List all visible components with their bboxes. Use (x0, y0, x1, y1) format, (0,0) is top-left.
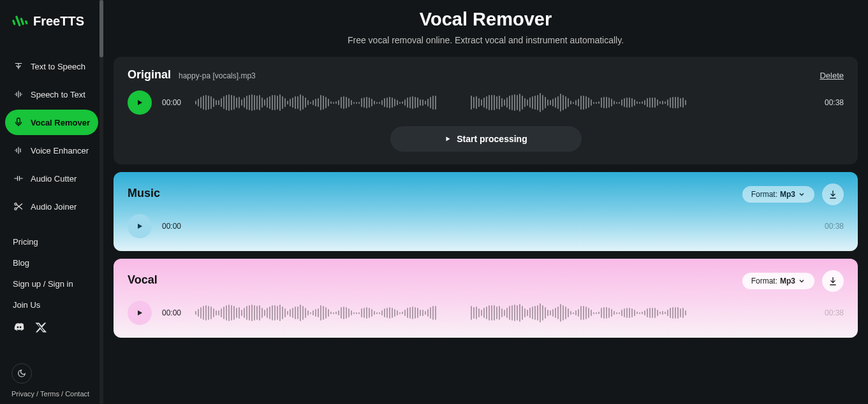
format-value: Mp3 (780, 277, 795, 285)
format-select-music[interactable]: Format: Mp3 (742, 186, 814, 203)
logo[interactable]: FreeTTS (0, 13, 103, 41)
mic-icon (13, 117, 24, 128)
format-prefix: Format: (751, 190, 777, 199)
svg-point-5 (15, 203, 17, 205)
sidebar-item-text-to-speech[interactable]: Text to Speech (5, 54, 98, 79)
scrollbar-thumb[interactable] (99, 0, 103, 57)
sidebar-item-speech-to-text[interactable]: Speech to Text (5, 82, 98, 107)
x-icon[interactable] (34, 321, 47, 336)
panel-original: Original happy-pa [vocals].mp3 Delete 00… (114, 57, 858, 164)
filename: happy-pa [vocals].mp3 (179, 71, 256, 80)
discord-icon[interactable] (13, 321, 26, 336)
cutter-icon (13, 173, 24, 184)
nav-link-joinus[interactable]: Join Us (13, 300, 91, 310)
waveform-vocal[interactable] (191, 301, 814, 324)
process-label: Start processing (457, 134, 527, 144)
panel-title-vocal: Vocal (128, 273, 158, 287)
time-start-original: 00:00 (162, 98, 181, 107)
track-row-music: 00:00 00:38 (128, 214, 844, 238)
play-icon (135, 308, 144, 317)
moon-icon (17, 369, 26, 378)
play-button-music[interactable] (128, 214, 152, 238)
main-content: Vocal Remover Free vocal removal online.… (103, 0, 868, 404)
theme-toggle-button[interactable] (11, 363, 32, 384)
format-value: Mp3 (780, 190, 795, 199)
nav-link-signup[interactable]: Sign up / Sign in (13, 279, 91, 289)
format-select-vocal[interactable]: Format: Mp3 (742, 273, 814, 289)
policies-links[interactable]: Privacy / Terms / Contact (11, 390, 92, 398)
nav-link-blog[interactable]: Blog (13, 258, 91, 268)
panel-title-original: Original (128, 68, 171, 82)
sidebar: FreeTTS Text to Speech Speech to Text Vo… (0, 0, 103, 404)
brand-text: FreeTTS (33, 14, 84, 29)
sidebar-item-audio-cutter[interactable]: Audio Cutter (5, 166, 98, 191)
enhancer-icon (13, 145, 24, 156)
download-icon (828, 189, 838, 199)
delete-link[interactable]: Delete (820, 71, 844, 80)
download-icon (828, 276, 838, 286)
waveform-original[interactable] (191, 91, 814, 114)
download-button-music[interactable] (822, 184, 844, 205)
chevron-down-icon (798, 191, 805, 198)
time-end-music: 00:38 (825, 222, 844, 231)
sidebar-item-label: Text to Speech (31, 62, 85, 71)
play-icon (135, 222, 144, 231)
start-processing-button[interactable]: Start processing (390, 126, 582, 152)
track-row-vocal: 00:00 00:38 (128, 301, 844, 325)
logo-icon (11, 13, 28, 29)
play-button-original[interactable] (128, 90, 152, 115)
svg-rect-0 (12, 20, 16, 25)
play-button-vocal[interactable] (128, 301, 152, 325)
track-row-original: 00:00 00:38 (128, 90, 844, 115)
sidebar-item-vocal-remover[interactable]: Vocal Remover (5, 110, 98, 135)
nav-secondary: Pricing Blog Sign up / Sign in Join Us (0, 219, 103, 310)
time-start-vocal: 00:00 (162, 308, 181, 317)
sidebar-item-label: Speech to Text (31, 90, 85, 99)
sidebar-item-label: Vocal Remover (31, 118, 90, 127)
page-subtitle: Free vocal removal online. Extract vocal… (114, 35, 858, 45)
panel-vocal: Vocal Format: Mp3 00:00 00:38 (114, 259, 858, 338)
bottom-area: Privacy / Terms / Contact (0, 354, 103, 398)
time-end-original: 00:38 (825, 98, 844, 107)
svg-rect-3 (25, 20, 28, 25)
sidebar-item-label: Audio Cutter (31, 174, 77, 184)
chevron-down-icon (798, 277, 805, 285)
format-prefix: Format: (751, 277, 777, 285)
svg-point-6 (15, 208, 17, 210)
stt-icon (13, 89, 24, 100)
download-button-vocal[interactable] (822, 270, 844, 292)
time-end-vocal: 00:38 (825, 308, 844, 317)
panel-music: Music Format: Mp3 00:00 00:38 (114, 172, 858, 251)
play-icon (444, 135, 452, 143)
svg-rect-2 (20, 17, 24, 25)
panel-title-music: Music (128, 187, 160, 200)
play-icon (135, 98, 144, 107)
sidebar-item-label: Voice Enhancer (31, 146, 89, 155)
nav-link-pricing[interactable]: Pricing (13, 237, 91, 247)
social-row (0, 310, 103, 336)
svg-rect-1 (15, 15, 21, 26)
page-header: Vocal Remover Free vocal removal online.… (114, 6, 858, 57)
nav-list: Text to Speech Speech to Text Vocal Remo… (0, 41, 103, 219)
time-start-music: 00:00 (162, 222, 181, 231)
scrollbar-track (99, 0, 103, 404)
page-title: Vocal Remover (114, 9, 858, 30)
sidebar-item-label: Audio Joiner (31, 202, 77, 212)
tts-icon (13, 61, 24, 72)
svg-rect-4 (17, 118, 20, 123)
sidebar-item-voice-enhancer[interactable]: Voice Enhancer (5, 138, 98, 163)
waveform-music[interactable] (191, 215, 814, 238)
sidebar-item-audio-joiner[interactable]: Audio Joiner (5, 194, 98, 219)
scissors-icon (13, 201, 24, 212)
